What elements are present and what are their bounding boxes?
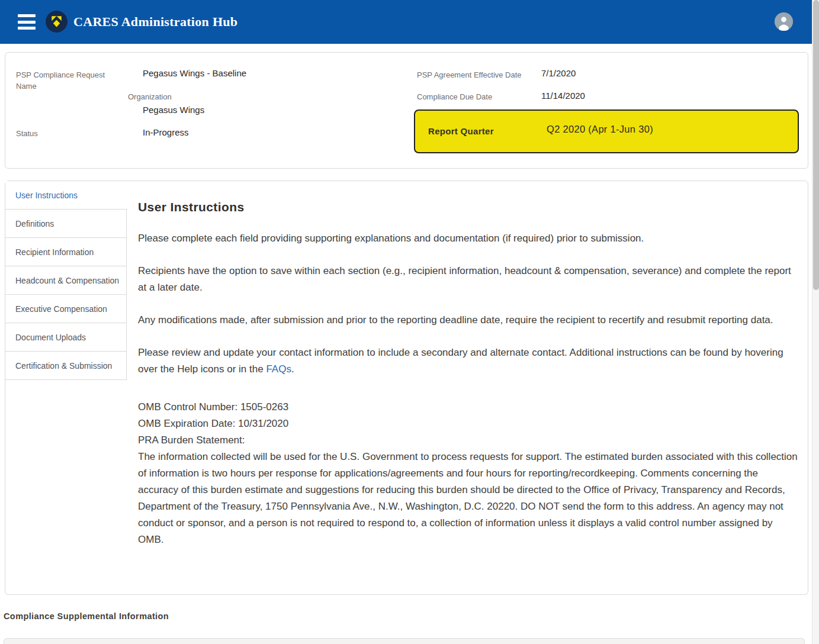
tab-label: Executive Compensation	[15, 304, 107, 314]
organization-label: Organization	[128, 91, 172, 102]
paragraph-text: .	[291, 363, 294, 375]
instructions-paragraph-4: Please review and update your contact in…	[138, 344, 800, 378]
supplemental-panel-header	[4, 638, 805, 644]
user-avatar-icon[interactable]	[775, 12, 793, 31]
report-quarter-label: Report Quarter	[428, 126, 494, 136]
report-quarter-value: Q2 2020 (Apr 1-Jun 30)	[547, 124, 653, 135]
content-heading: User Instructions	[138, 199, 800, 215]
hamburger-menu-icon[interactable]	[18, 14, 36, 30]
instructions-paragraph-1: Please complete each field providing sup…	[138, 230, 800, 247]
section-tab-list: User Instructions Definitions Recipient …	[5, 181, 127, 380]
paragraph-text: Please review and update your contact in…	[138, 347, 783, 375]
omb-control-number: OMB Control Number: 1505-0263	[138, 399, 800, 416]
instructions-panel: User Instructions Definitions Recipient …	[5, 181, 808, 595]
supplemental-section-title: Compliance Supplemental Information	[4, 611, 169, 621]
tab-label: Document Uploads	[15, 333, 86, 342]
tab-headcount-compensation[interactable]: Headcount & Compensation	[5, 266, 127, 295]
omb-expiration-date: OMB Expiration Date: 10/31/2020	[138, 416, 800, 432]
status-label: Status	[16, 128, 38, 139]
due-date-label: Compliance Due Date	[417, 91, 492, 102]
page-scrollbar-track[interactable]	[812, 0, 819, 644]
request-name-label: PSP Compliance Request Name	[16, 69, 111, 92]
compliance-record-panel: PSP Compliance Request Name Pegasus Wing…	[5, 52, 808, 169]
tab-document-uploads[interactable]: Document Uploads	[5, 323, 127, 352]
instructions-paragraph-2: Recipients have the option to save withi…	[138, 263, 800, 296]
agreement-date-label: PSP Agreement Effective Date	[417, 69, 522, 80]
faqs-link[interactable]: FAQs	[266, 363, 291, 375]
page-title: CARES Administration Hub	[73, 0, 237, 44]
due-date-value: 11/14/2020	[541, 89, 585, 102]
tab-label: User Instructions	[15, 191, 78, 200]
tab-certification-submission[interactable]: Certification & Submission	[5, 352, 127, 380]
tab-label: Recipient Information	[15, 247, 94, 257]
report-quarter-highlight: Report Quarter Q2 2020 (Apr 1-Jun 30)	[414, 110, 799, 153]
tab-user-instructions[interactable]: User Instructions	[5, 181, 127, 210]
page-scrollbar-thumb[interactable]	[813, 0, 819, 290]
status-value: In-Progress	[143, 126, 189, 139]
pra-burden-text: The information collected will be used f…	[138, 449, 800, 548]
tab-recipient-information[interactable]: Recipient Information	[5, 238, 127, 266]
instructions-paragraph-3: Any modifications made, after submission…	[138, 312, 800, 329]
pra-burden-label: PRA Burden Statement:	[138, 432, 800, 449]
app-header: CARES Administration Hub	[0, 0, 812, 44]
tab-label: Certification & Submission	[15, 361, 112, 371]
organization-value: Pegasus Wings	[143, 104, 204, 116]
agreement-date-value: 7/1/2020	[541, 67, 576, 79]
tab-definitions[interactable]: Definitions	[5, 210, 127, 238]
cares-logo-icon	[46, 11, 68, 33]
omb-statement-block: OMB Control Number: 1505-0263 OMB Expira…	[138, 399, 800, 548]
tab-executive-compensation[interactable]: Executive Compensation	[5, 295, 127, 323]
tab-label: Headcount & Compensation	[15, 276, 119, 285]
request-name-value: Pegasus Wings - Baseline	[143, 67, 246, 79]
tab-label: Definitions	[15, 219, 54, 228]
instructions-content: User Instructions Please complete each f…	[138, 181, 800, 548]
